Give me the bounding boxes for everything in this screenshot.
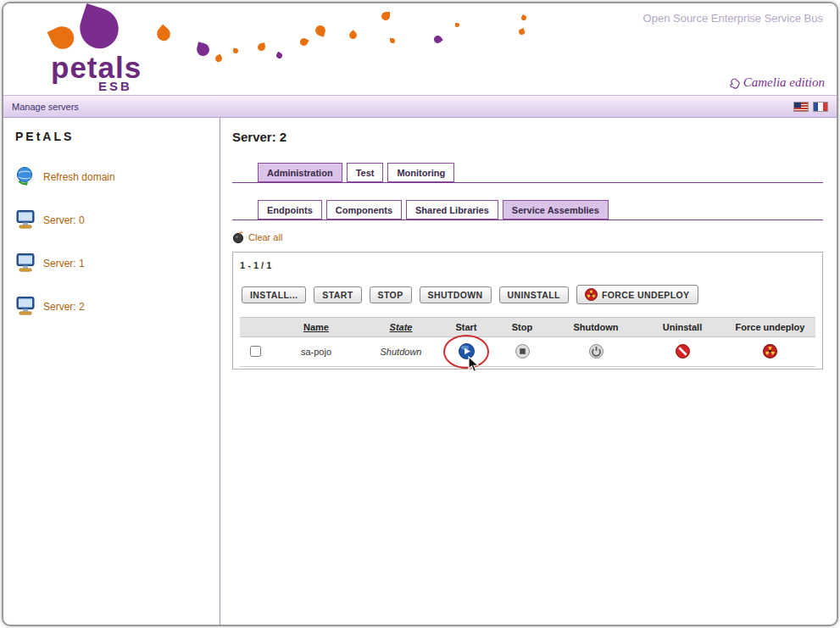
- sidebar-item-server-1[interactable]: Server: 1: [15, 253, 220, 273]
- petal-decoration: [390, 38, 395, 43]
- uninstall-button[interactable]: UNINSTALL: [499, 286, 569, 303]
- select-all-header: [240, 318, 270, 337]
- sidebar-item-label: Refresh domain: [43, 170, 115, 183]
- force-undeploy-icon[interactable]: [763, 344, 777, 358]
- us-flag-icon[interactable]: [793, 102, 809, 112]
- petal-decoration: [348, 30, 359, 41]
- edition-label: Camelia edition: [729, 75, 825, 90]
- sidebar: PEtALS Refresh domain: [3, 118, 220, 626]
- sidebar-item-label: Server: 1: [43, 256, 85, 270]
- petal-decoration: [195, 42, 210, 57]
- start-button-label: START: [322, 290, 353, 300]
- content-area: PEtALS Refresh domain: [3, 118, 837, 626]
- main-panel: Server: 2 Administration Test Monitoring…: [220, 118, 837, 626]
- petal-decoration: [314, 24, 326, 36]
- primary-tabs: Administration Test Monitoring: [232, 163, 823, 183]
- name-cell: sa-pojo: [270, 337, 362, 367]
- petals-logo-esb: ESB: [98, 79, 132, 93]
- tab-monitoring[interactable]: Monitoring: [387, 163, 454, 182]
- secondary-tabs: Endpoints Components Shared Libraries Se…: [232, 200, 823, 220]
- header: Open Source Enterprise Service Bus petal…: [3, 3, 837, 95]
- tab-endpoints[interactable]: Endpoints: [258, 200, 322, 220]
- force-undeploy-action-cell: [725, 337, 815, 367]
- shutdown-button-label: SHUTDOWN: [428, 290, 483, 300]
- language-switcher: [793, 102, 828, 112]
- sidebar-brand: PEtALS: [15, 130, 220, 143]
- sidebar-item-server-0[interactable]: Server: 0: [15, 209, 220, 230]
- petal-decoration: [432, 34, 443, 45]
- column-header-start: Start: [440, 318, 492, 337]
- tab-service-assemblies[interactable]: Service Assemblies: [503, 200, 609, 220]
- column-header-shutdown: Shutdown: [552, 318, 640, 337]
- petal-decoration: [275, 52, 284, 60]
- clear-all-icon: [232, 231, 244, 243]
- checkbox-cell: [240, 337, 270, 367]
- tagline: Open Source Enterprise Service Bus: [643, 12, 823, 25]
- service-assemblies-table: Name State Start Stop Shutdown Uninstall…: [240, 317, 815, 367]
- petal-decoration: [298, 36, 309, 47]
- menu-bar: Manage servers: [3, 95, 837, 118]
- install-button[interactable]: INSTALL...: [242, 286, 306, 303]
- shutdown-action-cell: [552, 337, 640, 367]
- clear-all-label: Clear all: [248, 232, 282, 242]
- stop-button-label: STOP: [378, 290, 403, 300]
- logo-petal-orange: [47, 23, 78, 53]
- page-title: Server: 2: [232, 130, 823, 144]
- column-header-force-undeploy: Force undeploy: [725, 318, 815, 337]
- shutdown-icon[interactable]: [589, 344, 604, 358]
- state-cell: Shutdown: [362, 337, 440, 367]
- table-header-row: Name State Start Stop Shutdown Uninstall…: [240, 318, 815, 337]
- stop-button[interactable]: STOP: [370, 286, 412, 303]
- uninstall-icon[interactable]: [676, 344, 690, 358]
- petal-decoration: [381, 12, 390, 20]
- sort-by-name-link[interactable]: Name: [303, 322, 329, 332]
- petal-decoration: [214, 54, 224, 64]
- start-button[interactable]: START: [314, 286, 361, 303]
- pagination-label: 1 - 1 / 1: [240, 260, 815, 270]
- tab-components[interactable]: Components: [326, 200, 402, 220]
- row-checkbox[interactable]: [250, 346, 261, 357]
- shutdown-button[interactable]: SHUTDOWN: [420, 286, 492, 303]
- clear-all-link[interactable]: Clear all: [232, 231, 282, 243]
- us-flag-canton: [794, 103, 801, 108]
- tab-administration[interactable]: Administration: [258, 163, 342, 182]
- service-assemblies-panel: 1 - 1 / 1 INSTALL... START STOP SHUTDOWN…: [232, 252, 823, 370]
- globe-refresh-icon: [15, 166, 36, 186]
- column-header-uninstall: Uninstall: [640, 318, 725, 337]
- uninstall-button-label: UNINSTALL: [508, 290, 560, 300]
- petal-decoration: [520, 14, 527, 21]
- tab-test[interactable]: Test: [347, 163, 384, 182]
- start-icon[interactable]: [459, 343, 475, 359]
- petal-decoration: [154, 25, 174, 44]
- tab-shared-libraries[interactable]: Shared Libraries: [406, 200, 498, 220]
- sidebar-item-label: Server: 2: [43, 299, 85, 313]
- sidebar-item-server-2[interactable]: Server: 2: [15, 296, 220, 316]
- edition-text: Camelia edition: [743, 75, 825, 90]
- column-header-name: Name: [270, 318, 362, 337]
- petal-decoration: [455, 23, 459, 27]
- start-action-cell: [440, 337, 492, 367]
- force-undeploy-button[interactable]: FORCE UNDEPLOY: [576, 285, 698, 304]
- manage-servers-link[interactable]: Manage servers: [12, 102, 79, 112]
- petal-decoration: [518, 28, 526, 36]
- server-icon: [15, 253, 36, 273]
- action-buttons: INSTALL... START STOP SHUTDOWN UNINSTALL: [242, 285, 815, 304]
- install-button-label: INSTALL...: [250, 290, 298, 300]
- server-icon: [15, 209, 36, 230]
- petal-decoration: [233, 48, 239, 54]
- column-header-stop: Stop: [492, 318, 552, 337]
- force-undeploy-button-label: FORCE UNDEPLOY: [602, 290, 690, 300]
- sidebar-item-label: Server: 0: [43, 213, 85, 226]
- camelia-flower-icon: [729, 77, 741, 89]
- stop-action-cell: [492, 337, 552, 367]
- table-row: sa-pojo Shutdown: [240, 337, 815, 367]
- sidebar-item-refresh-domain[interactable]: Refresh domain: [15, 166, 220, 186]
- uninstall-action-cell: [640, 337, 725, 367]
- app-window: Open Source Enterprise Service Bus petal…: [2, 2, 838, 626]
- logo-petal-purple: [75, 3, 124, 53]
- stop-icon[interactable]: [515, 344, 530, 358]
- petal-decoration: [257, 42, 265, 51]
- sort-by-state-link[interactable]: State: [390, 322, 413, 332]
- fr-flag-icon[interactable]: [813, 102, 828, 112]
- column-header-state: State: [362, 318, 440, 337]
